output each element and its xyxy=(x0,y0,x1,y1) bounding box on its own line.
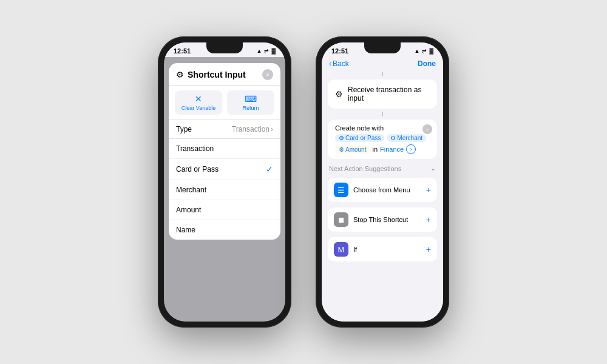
modal-header: ⚙ Shortcut Input × xyxy=(169,63,280,86)
merchant-tag[interactable]: ⚙ Merchant xyxy=(387,134,426,142)
suggestion-left-1: ☰ Choose from Menu xyxy=(334,183,410,197)
return-button[interactable]: ⌨ Return xyxy=(227,90,274,115)
type-list: Transaction Card or Pass ✓ Merchant Amou… xyxy=(169,139,280,240)
signal-icon: ▲ xyxy=(257,48,262,54)
modal-buttons: ✕ Clear Variable ⌨ Return xyxy=(169,86,280,120)
editor-scroll: ⚙ Receive transaction as input × Create … xyxy=(322,72,443,322)
status-icons-2: ▲ ⇌ ▓ xyxy=(415,48,433,54)
nav-bar: ‹ Back Done xyxy=(322,57,443,72)
merchant-tag-icon: ⚙ xyxy=(390,135,396,141)
finance-info-button[interactable]: › xyxy=(406,144,416,154)
name-label: Name xyxy=(176,226,195,234)
done-button[interactable]: Done xyxy=(418,59,436,68)
status-icons-1: ▲ ⇌ ▓ xyxy=(257,48,276,54)
editor-content: ‹ Back Done ⚙ Receive transaction as inp… xyxy=(322,57,443,322)
in-label: in xyxy=(372,146,378,153)
receive-icon: ⚙ xyxy=(335,89,343,99)
choose-menu-icon: ☰ xyxy=(334,183,348,197)
card-pass-tag-label: Card or Pass xyxy=(345,135,381,141)
suggestion-choose-menu[interactable]: ☰ Choose from Menu + xyxy=(328,178,437,202)
merchant-tag-label: Merchant xyxy=(397,135,422,141)
return-label: Return xyxy=(242,105,259,111)
amount-tag-label: Amount xyxy=(345,146,366,153)
note-row-3: ⚙ Amount in Finance › xyxy=(335,144,430,154)
connector-middle xyxy=(382,112,383,116)
card-or-pass-label: Card or Pass xyxy=(176,165,219,174)
battery-icon-2: ▓ xyxy=(429,48,433,54)
status-time-2: 12:51 xyxy=(331,47,348,55)
suggestion-if[interactable]: M If + xyxy=(328,237,437,261)
transaction-label: Transaction xyxy=(176,144,214,153)
back-button[interactable]: ‹ Back xyxy=(329,59,349,68)
connector-top xyxy=(382,72,383,76)
receive-text: Receive transaction as input xyxy=(348,86,430,103)
type-label: Type xyxy=(176,125,192,133)
check-icon: ✓ xyxy=(266,164,273,174)
chevron-left-icon: ‹ xyxy=(329,59,331,68)
clear-variable-button[interactable]: ✕ Clear Variable xyxy=(175,90,222,115)
type-value: Transaction › xyxy=(232,125,273,133)
wifi-icon: ⇌ xyxy=(264,48,269,54)
if-plus[interactable]: + xyxy=(426,244,431,254)
suggestion-left-3: M If xyxy=(334,242,357,257)
card-pass-tag-icon: ⚙ xyxy=(339,135,344,141)
wifi-icon-2: ⇌ xyxy=(422,48,427,54)
modal-title: Shortcut Input xyxy=(188,70,246,79)
notch-2 xyxy=(364,42,401,53)
create-note-label: Create note with xyxy=(335,124,384,132)
chevron-right-icon: › xyxy=(271,125,273,133)
amount-tag-icon: ⚙ xyxy=(339,146,344,153)
notch xyxy=(206,42,243,53)
note-close-button[interactable]: × xyxy=(422,124,432,134)
list-item-amount[interactable]: Amount xyxy=(169,200,280,220)
return-icon: ⌨ xyxy=(245,94,257,104)
create-note-action[interactable]: × Create note with ⚙ Card or Pass ⚙ Merc… xyxy=(328,120,437,159)
list-item-merchant[interactable]: Merchant xyxy=(169,180,280,200)
finance-label: Finance xyxy=(380,146,404,153)
merchant-label: Merchant xyxy=(176,186,206,194)
status-time-1: 12:51 xyxy=(174,47,191,55)
suggestion-left-2: ⏹ Stop This Shortcut xyxy=(334,212,408,227)
if-label: If xyxy=(353,246,357,253)
modal-title-row: ⚙ Shortcut Input xyxy=(176,70,246,79)
modal-background: ⚙ Shortcut Input × ✕ Clear Variable ⌨ xyxy=(164,57,285,322)
list-item-card-or-pass[interactable]: Card or Pass ✓ xyxy=(169,159,280,180)
suggestions-chevron-icon: ⌄ xyxy=(430,164,436,172)
stop-shortcut-icon: ⏹ xyxy=(334,212,348,227)
choose-menu-label: Choose from Menu xyxy=(353,186,410,194)
suggestion-stop-shortcut[interactable]: ⏹ Stop This Shortcut + xyxy=(328,207,437,232)
shortcut-icon: ⚙ xyxy=(176,70,184,79)
note-row-1: Create note with xyxy=(335,124,430,132)
phone-1: 12:51 ▲ ⇌ ▓ ⚙ Shortcut Input × xyxy=(158,36,291,328)
receive-transaction-action[interactable]: ⚙ Receive transaction as input xyxy=(328,79,437,109)
list-item-name[interactable]: Name xyxy=(169,220,280,240)
modal-close-button[interactable]: × xyxy=(262,69,273,80)
amount-label: Amount xyxy=(176,206,201,214)
clear-icon: ✕ xyxy=(195,94,202,104)
list-item-transaction[interactable]: Transaction xyxy=(169,139,280,159)
signal-icon-2: ▲ xyxy=(415,48,420,54)
back-label: Back xyxy=(333,59,349,68)
battery-icon: ▓ xyxy=(271,48,276,54)
amount-tag[interactable]: ⚙ Amount xyxy=(335,146,370,153)
choose-menu-plus[interactable]: + xyxy=(426,185,431,195)
card-or-pass-tag[interactable]: ⚙ Card or Pass xyxy=(335,134,384,142)
shortcut-input-modal: ⚙ Shortcut Input × ✕ Clear Variable ⌨ xyxy=(169,63,280,240)
stop-shortcut-plus[interactable]: + xyxy=(426,215,431,224)
suggestions-header[interactable]: Next Action Suggestions ⌄ xyxy=(328,162,437,175)
clear-label: Clear Variable xyxy=(181,105,215,111)
type-row[interactable]: Type Transaction › xyxy=(169,120,280,139)
phone-2: 12:51 ▲ ⇌ ▓ ‹ Back Done xyxy=(316,36,449,328)
stop-shortcut-label: Stop This Shortcut xyxy=(353,216,408,223)
suggestions-label: Next Action Suggestions xyxy=(329,165,401,172)
if-icon: M xyxy=(334,242,348,257)
note-row-2: ⚙ Card or Pass ⚙ Merchant xyxy=(335,134,430,142)
